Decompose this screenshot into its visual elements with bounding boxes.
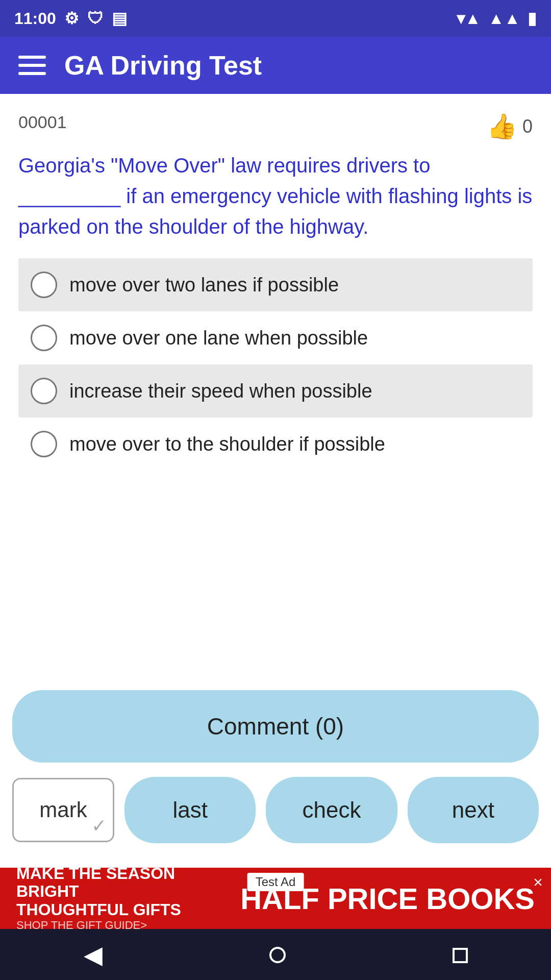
radio-a[interactable] [31,272,57,298]
ad-headline: MAKE THE SEASON BRIGHT [16,868,232,901]
hamburger-line [18,56,46,59]
wifi-icon: ▾▲ [457,9,481,28]
app-header: GA Driving Test [0,37,551,94]
home-circle-icon [269,947,286,963]
clipboard-icon: ▤ [112,9,127,28]
mark-button[interactable]: mark [12,778,114,842]
radio-b[interactable] [31,325,57,351]
ad-text-block: MAKE THE SEASON BRIGHT THOUGHTFUL GIFTS … [16,868,232,929]
option-a-text: move over two lanes if possible [69,274,339,296]
check-button[interactable]: check [266,777,397,843]
like-container[interactable]: 👍 0 [487,112,533,141]
comment-button[interactable]: Comment (0) [12,690,539,763]
option-b-text: move over one lane when possible [69,327,368,349]
menu-button[interactable] [18,56,46,75]
option-d-text: move over to the shoulder if possible [69,433,385,455]
ad-banner: Test Ad MAKE THE SEASON BRIGHT THOUGHTFU… [0,868,551,929]
question-header: 00001 👍 0 [18,112,533,141]
next-button[interactable]: next [408,777,539,843]
hamburger-line [18,72,46,75]
back-button[interactable]: ◀ [63,932,123,977]
battery-icon: ▮ [528,9,537,28]
option-a[interactable]: move over two lanes if possible [18,258,533,311]
recents-square-icon [453,948,468,963]
option-d[interactable]: move over to the shoulder if possible [18,418,533,471]
hamburger-line [18,64,46,67]
question-number: 00001 [18,112,67,132]
gear-icon: ⚙ [64,9,79,28]
shield-icon: 🛡 [87,9,104,28]
signal-icon: ▲▲ [488,9,520,28]
status-bar: 11:00 ⚙ 🛡 ▤ ▾▲ ▲▲ ▮ [0,0,551,37]
ad-sub1: THOUGHTFUL GIFTS [16,901,232,919]
mark-label: mark [39,798,87,822]
action-buttons: mark last check next [12,777,539,843]
ad-sub2: SHOP THE GIFT GUIDE> [16,919,232,929]
status-bar-right: ▾▲ ▲▲ ▮ [457,9,537,28]
bottom-area: Comment (0) mark last check next [0,690,551,868]
last-button[interactable]: last [124,777,256,843]
radio-d[interactable] [31,431,57,457]
nav-bar: ◀ [0,929,551,980]
home-button[interactable] [249,933,306,977]
ad-label: Test Ad [247,873,304,891]
status-time: 11:00 [14,9,56,28]
like-count: 0 [522,116,533,137]
option-c-text: increase their speed when possible [69,380,372,402]
app-title: GA Driving Test [64,50,262,81]
option-b[interactable]: move over one lane when possible [18,311,533,364]
options-container: move over two lanes if possible move ove… [18,258,533,471]
thumbs-up-icon: 👍 [487,112,517,141]
status-bar-left: 11:00 ⚙ 🛡 ▤ [14,9,127,28]
ad-close-button[interactable]: × [533,873,543,892]
main-content: 00001 👍 0 Georgia's "Move Over" law requ… [0,94,551,690]
recents-button[interactable] [432,933,488,977]
option-c[interactable]: increase their speed when possible [18,364,533,418]
question-text: Georgia's "Move Over" law requires drive… [18,150,533,242]
radio-c[interactable] [31,378,57,404]
